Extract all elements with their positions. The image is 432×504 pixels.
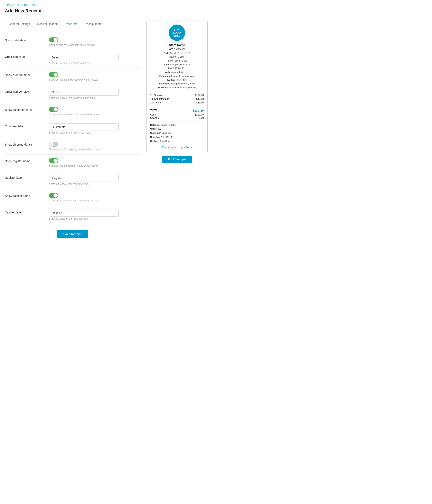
toggle-check-icon: ✓ [55,39,56,41]
order-date-label-control: Enter the label for the "order date" fie… [49,54,140,65]
show-order-date-hint: Show or hide the order date in this rece… [49,44,140,46]
page-title: Add New Receipt [5,8,427,13]
receipt-total-amount: $189.40 [193,109,204,112]
customer-label-row: Customer label Enter the label for the "… [5,120,140,138]
cashier-label-row: Cashier label Enter the label for the "c… [5,206,140,224]
toggle-check-icon: ✓ [55,194,56,197]
register-label-label: Register label [5,175,46,179]
receipt-logo-wrap: yourLOGOhere [150,25,204,41]
receipt-divider-2 [150,106,204,106]
show-cashier-name-control: ✓ Show or hide the cashier name in this … [49,193,140,202]
show-customer-name-row: Show customer name ✓ Show or hide the cu… [5,103,140,120]
top-bar: < BACK TO "RECEIPTS" Add New Receipt [0,0,432,15]
show-register-name-toggle[interactable]: ✓ [49,158,58,163]
receipt-info: VAT: B39000000 Calle Rúe del Percebe, 13… [150,47,204,90]
cashier-label-hint: Enter the label for the "cashier" field. [49,217,140,220]
show-order-date-row: Show order date ✓ Show or hide the order… [5,34,140,50]
receipt-store-name: Store Name [150,43,204,47]
right-panel: yourLOGOhere Store Name VAT: B39000000 C… [146,20,208,163]
show-cashier-name-row: Show cashier name ✓ Show or hide the cas… [5,189,140,206]
show-customer-name-label: Show customer name [5,107,46,111]
show-cashier-name-hint: Show or hide the cashier name in this re… [49,199,140,202]
tabs: General Settings Receipt Header Order In… [5,20,140,28]
receipt-item-row: 1 x Sneakers $107.80 [150,93,204,97]
tab-receipt-header[interactable]: Receipt Header [34,20,61,28]
show-register-name-label: Show register name [5,158,46,163]
show-order-number-control: ✓ Show or hide the order number in this … [49,72,140,81]
order-date-label-input[interactable] [49,54,119,61]
register-label-control: Enter the label for the "register" field… [49,175,140,185]
show-cashier-name-label: Show cashier name [5,193,46,198]
tab-receipt-footer[interactable]: Receipt footer [81,20,106,28]
order-number-label-hint: Enter the label for the "order number" f… [49,97,140,99]
receipt-meta: Date: December 18, 2023 Order: 452 Custo… [150,123,204,143]
show-order-number-label: Show order number [5,72,46,77]
toggle-check-icon: ✓ [55,160,56,162]
register-label-input[interactable] [49,175,119,182]
toggle-check-icon: ✓ [55,108,56,111]
show-customer-name-hint: Show or hide the customer name in this r… [49,113,140,116]
receipt-change-row: Change $0.60 [150,116,204,120]
cashier-label-control: Enter the label for the "cashier" field. [49,210,140,220]
show-customer-name-toggle[interactable]: ✓ [49,107,58,112]
receipt-preview: yourLOGOhere Store Name VAT: B39000000 C… [146,20,208,153]
customer-label-hint: Enter the label for the "customer" field… [49,131,140,134]
show-order-number-hint: Show or hide the order number in this re… [49,78,140,81]
receipt-item-row: 1 x Shopping bag $40.00 [150,97,204,101]
receipt-cash-row: Cash $190.00 [150,113,204,116]
order-date-label-label: Order date label [5,54,46,58]
order-date-label-hint: Enter the label for the "order date" fie… [49,62,140,65]
show-order-number-row: Show order number ✓ Show or hide the ord… [5,69,140,85]
receipt-divider-3 [150,121,204,121]
toggle-x-icon: ✕ [51,143,52,145]
show-shipping-details-label: Show shipping details [5,142,46,146]
register-label-row: Register label Enter the label for the "… [5,171,140,189]
tab-order-info[interactable]: Order Info [61,20,81,28]
receipt-items: 1 x Sneakers $107.80 1 x Shopping bag $4… [150,93,204,105]
save-btn-row: Save Receipt [5,224,140,240]
show-register-name-hint: Show or hide the register name in this r… [49,164,140,167]
show-cashier-name-toggle[interactable]: ✓ [49,193,58,198]
order-number-label-row: Order number label Enter the label for t… [5,85,140,103]
show-shipping-details-toggle[interactable]: ✕ [49,142,58,147]
order-number-label-control: Enter the label for the "order number" f… [49,89,140,99]
register-label-hint: Enter the label for the "register" field… [49,183,140,185]
receipt-footer-text: Thanks for your purchase [150,146,204,149]
cashier-label-label: Cashier label [5,210,46,214]
order-date-label-row: Order date label Enter the label for the… [5,50,140,69]
customer-label-input[interactable] [49,124,119,130]
back-link[interactable]: < BACK TO "RECEIPTS" [5,3,35,7]
show-customer-name-control: ✓ Show or hide the customer name in this… [49,107,140,116]
left-panel: General Settings Receipt Header Order In… [5,20,140,240]
show-shipping-details-control: ✕ Show or hide the shipping details in t… [49,142,140,151]
customer-label-label: Customer label [5,124,46,128]
save-receipt-button[interactable]: Save Receipt [57,230,88,238]
show-order-date-label: Show order date [5,37,46,42]
cashier-label-input[interactable] [49,210,119,216]
receipt-item-row: 2 x T-shirt $39.60 [150,101,204,105]
receipt-logo: yourLOGOhere [169,25,185,41]
print-example-button[interactable]: Print Example [162,156,192,163]
show-order-date-toggle[interactable]: ✓ [49,37,58,42]
tab-general-settings[interactable]: General Settings [5,20,34,28]
show-order-date-control: ✓ Show or hide the order date in this re… [49,37,140,46]
show-register-name-control: ✓ Show or hide the register name in this… [49,158,140,167]
customer-label-control: Enter the label for the "customer" field… [49,124,140,134]
receipt-total-row: TOTAL $189.40 [150,108,204,113]
order-number-label-input[interactable] [49,89,119,96]
show-shipping-details-row: Show shipping details ✕ Show or hide the… [5,138,140,154]
content-area: General Settings Receipt Header Order In… [0,15,432,245]
show-register-name-row: Show register name ✓ Show or hide the re… [5,154,140,171]
order-number-label-label: Order number label [5,89,46,93]
show-shipping-details-hint: Show or hide the shipping details in thi… [49,148,140,151]
toggle-check-icon: ✓ [55,74,56,76]
show-order-number-toggle[interactable]: ✓ [49,72,58,77]
